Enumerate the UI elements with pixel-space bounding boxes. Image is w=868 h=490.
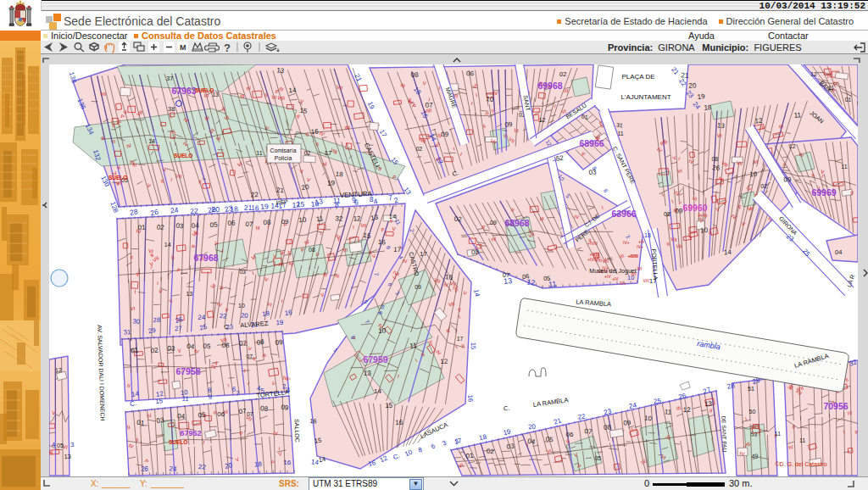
svg-text:10: 10 xyxy=(627,274,634,281)
svg-text:16: 16 xyxy=(309,417,317,425)
svg-text:05: 05 xyxy=(198,411,206,420)
svg-text:V: V xyxy=(716,207,720,212)
svg-text:18: 18 xyxy=(335,170,343,179)
svg-text:05: 05 xyxy=(209,220,218,229)
svg-text:69968: 69968 xyxy=(537,81,562,91)
svg-text:17: 17 xyxy=(393,246,402,254)
svg-text:10: 10 xyxy=(238,303,245,309)
svg-text:02: 02 xyxy=(760,183,767,189)
svg-text:02: 02 xyxy=(559,70,566,78)
svg-text:02: 02 xyxy=(487,448,495,456)
svg-text:10: 10 xyxy=(486,95,495,103)
svg-text:V: V xyxy=(220,285,224,291)
svg-text:07: 07 xyxy=(246,354,253,359)
svg-text:IVI: IVI xyxy=(637,266,642,271)
svg-text:13: 13 xyxy=(314,197,324,206)
svg-text:01: 01 xyxy=(137,223,146,231)
svg-text:VI: VI xyxy=(677,169,682,174)
svg-text:III: III xyxy=(564,88,569,93)
svg-text:26: 26 xyxy=(141,465,149,473)
svg-text:53: 53 xyxy=(750,431,757,437)
svg-text:15: 15 xyxy=(470,342,477,350)
svg-text:20: 20 xyxy=(528,423,537,431)
svg-text:09: 09 xyxy=(783,175,792,183)
svg-text:09: 09 xyxy=(441,131,449,138)
svg-text:VII: VII xyxy=(360,223,367,229)
svg-text:63966: 63966 xyxy=(611,209,636,219)
svg-text:12: 12 xyxy=(810,71,817,77)
svg-text:14: 14 xyxy=(472,288,481,298)
svg-text:M: M xyxy=(180,43,186,52)
svg-text:12: 12 xyxy=(379,454,389,465)
svg-text:05: 05 xyxy=(57,443,64,448)
svg-text:V: V xyxy=(748,206,752,211)
svg-text:IV+: IV+ xyxy=(637,244,643,249)
svg-text:21: 21 xyxy=(276,187,285,195)
svg-text:138: 138 xyxy=(68,71,78,84)
svg-text:10: 10 xyxy=(644,415,653,423)
svg-text:VIII: VIII xyxy=(602,259,609,264)
svg-text:07: 07 xyxy=(238,407,247,415)
svg-text:04: 04 xyxy=(192,221,200,230)
svg-text:PLAÇA DE: PLAÇA DE xyxy=(621,73,654,81)
svg-text:49: 49 xyxy=(751,453,758,459)
svg-text:VII: VII xyxy=(100,92,107,97)
svg-text:03: 03 xyxy=(471,248,480,257)
svg-text:37: 37 xyxy=(166,75,173,82)
svg-text:3: 3 xyxy=(70,441,75,448)
svg-text:SUELO: SUELO xyxy=(169,439,187,445)
svg-text:IV+: IV+ xyxy=(623,240,630,245)
svg-text:21: 21 xyxy=(681,71,689,79)
svg-text:04: 04 xyxy=(186,342,195,351)
svg-text:67968: 67968 xyxy=(193,253,218,263)
svg-text:LA R: LA R xyxy=(846,274,856,288)
svg-text:11: 11 xyxy=(793,111,802,120)
svg-text:VII: VII xyxy=(670,237,677,242)
svg-text:11: 11 xyxy=(618,131,624,136)
svg-text:16: 16 xyxy=(466,395,474,403)
svg-text:6: 6 xyxy=(603,188,609,194)
svg-text:05: 05 xyxy=(543,275,551,282)
svg-text:7: 7 xyxy=(236,390,240,398)
svg-text:32: 32 xyxy=(335,214,343,223)
svg-text:67958: 67958 xyxy=(175,366,200,376)
svg-text:L'AJUNTAMENT: L'AJUNTAMENT xyxy=(620,93,670,101)
svg-text:13: 13 xyxy=(716,121,725,130)
svg-text:06: 06 xyxy=(521,272,530,281)
svg-text:II: II xyxy=(198,179,202,184)
svg-text:09: 09 xyxy=(275,338,283,347)
svg-text:V: V xyxy=(422,139,426,144)
svg-text:22: 22 xyxy=(190,206,199,215)
svg-text:2: 2 xyxy=(393,196,399,205)
svg-text:II: II xyxy=(222,107,225,112)
svg-text:VII: VII xyxy=(448,301,456,307)
svg-text:26: 26 xyxy=(149,208,159,218)
svg-text:IV: IV xyxy=(443,282,448,287)
svg-text:22: 22 xyxy=(220,312,227,320)
svg-text:LA RAMBLA: LA RAMBLA xyxy=(576,298,611,309)
svg-text:31: 31 xyxy=(123,328,131,337)
svg-text:10: 10 xyxy=(298,216,307,224)
svg-text:II: II xyxy=(288,250,292,255)
svg-text:27: 27 xyxy=(175,325,182,332)
svg-text:12: 12 xyxy=(440,358,448,365)
svg-text:Policía: Policía xyxy=(275,155,292,161)
svg-text:18: 18 xyxy=(262,309,270,318)
svg-text:07: 07 xyxy=(503,271,510,279)
svg-text:IV: IV xyxy=(403,259,408,264)
svg-text:51: 51 xyxy=(748,386,754,392)
svg-text:V: V xyxy=(177,348,181,354)
svg-text:14: 14 xyxy=(374,387,381,395)
svg-text:SUELO: SUELO xyxy=(195,87,214,93)
svg-text:Comisaría: Comisaría xyxy=(270,148,297,153)
svg-text:15: 15 xyxy=(385,402,393,409)
svg-text:13: 13 xyxy=(704,400,713,408)
svg-text:69960: 69960 xyxy=(682,203,707,213)
svg-text:01: 01 xyxy=(136,419,145,427)
svg-text:05: 05 xyxy=(545,435,554,443)
svg-text:02: 02 xyxy=(150,346,159,354)
svg-text:18: 18 xyxy=(254,460,263,468)
svg-text:22: 22 xyxy=(198,463,207,471)
svg-text:6: 6 xyxy=(430,443,437,451)
svg-text:12: 12 xyxy=(353,214,362,222)
